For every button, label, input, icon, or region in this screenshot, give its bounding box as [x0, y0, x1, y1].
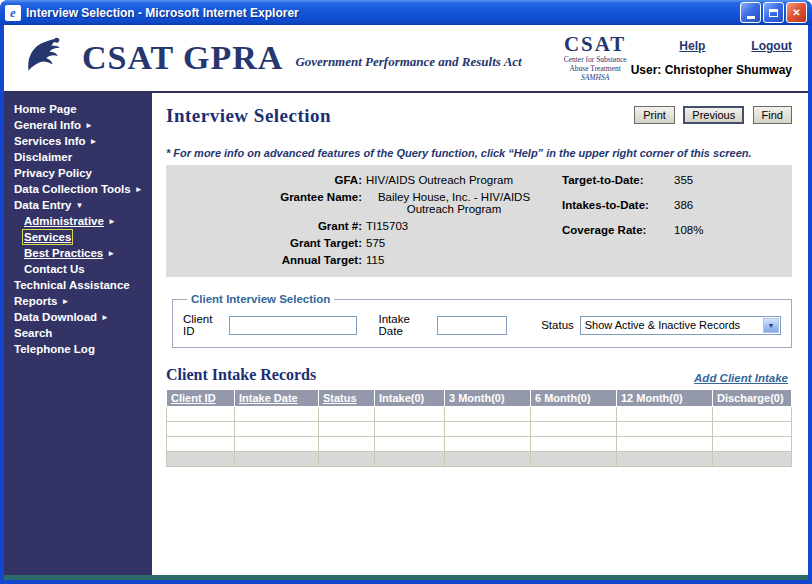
- sidebar-item-privacy-policy[interactable]: Privacy Policy: [10, 165, 152, 181]
- table-cell: [713, 437, 792, 452]
- table-cell: [235, 452, 319, 467]
- brand-subtitle: Government Performance and Results Act: [295, 54, 521, 75]
- sidebar-item-data-collection-tools[interactable]: Data Collection Tools►: [10, 181, 152, 197]
- window-controls: ✕: [740, 2, 807, 23]
- sidebar-item-services-info[interactable]: Services Info►: [10, 133, 152, 149]
- table-cell: [531, 452, 617, 467]
- table-cell: [617, 422, 713, 437]
- footer-strip: [4, 575, 808, 580]
- toolbar: Print Previous Find: [630, 105, 792, 124]
- table-cell: [167, 452, 235, 467]
- table-cell: [617, 437, 713, 452]
- maximize-button[interactable]: [763, 2, 784, 23]
- previous-button[interactable]: Previous: [683, 106, 744, 124]
- titlebar[interactable]: e Interview Selection - Microsoft Intern…: [0, 0, 812, 25]
- grant-target-value: 575: [366, 237, 546, 249]
- column-header-status[interactable]: Status: [319, 390, 375, 407]
- sidebar-item-reports[interactable]: Reports►: [10, 293, 152, 309]
- table-cell: [445, 407, 531, 422]
- table-cell: [167, 407, 235, 422]
- sidebar-item-data-download[interactable]: Data Download►: [10, 309, 152, 325]
- grant-info-box: GFA: HIV/AIDS Outreach Program Grantee N…: [166, 165, 792, 277]
- table-cell: [713, 407, 792, 422]
- table-cell: [375, 407, 445, 422]
- submenu-arrow-icon: ►: [108, 217, 116, 226]
- status-select[interactable]: Show Active & Inactive Records ▼: [580, 316, 781, 335]
- column-header-6-month: 6 Month(0): [531, 390, 617, 407]
- grantee-label: Grantee Name:: [174, 191, 362, 215]
- maximize-icon: [769, 9, 778, 17]
- status-label: Status: [541, 319, 574, 331]
- table-cell: [375, 422, 445, 437]
- csat-logo-line1: Center for Substance: [564, 55, 627, 64]
- hhs-eagle-logo: [18, 33, 64, 83]
- table-cell: [319, 452, 375, 467]
- sidebar-item-data-entry[interactable]: Data Entry▼: [10, 197, 152, 213]
- close-button[interactable]: ✕: [786, 2, 807, 23]
- sidebar-item-general-info[interactable]: General Info►: [10, 117, 152, 133]
- table-row: [167, 452, 792, 467]
- expanded-arrow-icon: ▼: [76, 201, 84, 210]
- add-client-intake-link[interactable]: Add Client Intake: [694, 372, 788, 384]
- sidebar-item-administrative[interactable]: Administrative►: [10, 213, 152, 229]
- intake-date-input[interactable]: [437, 316, 507, 335]
- header-right: Help Logout User: Christopher Shumway: [631, 39, 796, 77]
- intakes-to-date-value: 386: [674, 199, 734, 211]
- logout-link[interactable]: Logout: [751, 39, 792, 53]
- csat-logo-samhsa: SAMHSA: [564, 73, 627, 82]
- target-to-date-value: 355: [674, 174, 734, 186]
- column-header-discharge: Discharge(0): [713, 390, 792, 407]
- brand-block: CSAT GPRA Government Performance and Res…: [82, 41, 522, 75]
- table-cell: [617, 452, 713, 467]
- grant-target-label: Grant Target:: [174, 237, 362, 249]
- client-interview-selection-fieldset: Client Interview Selection Client ID Int…: [172, 293, 792, 348]
- table-cell: [445, 452, 531, 467]
- table-cell: [531, 407, 617, 422]
- client-id-label: Client ID: [183, 313, 223, 337]
- annual-target-value: 115: [366, 254, 546, 266]
- fieldset-legend: Client Interview Selection: [187, 293, 334, 305]
- client-intake-table: Client ID Intake Date Status Intake(0) 3…: [166, 389, 792, 467]
- table-cell: [235, 437, 319, 452]
- sidebar-item-services[interactable]: Services: [10, 229, 152, 245]
- table-cell: [713, 422, 792, 437]
- sidebar-item-technical-assistance[interactable]: Technical Assistance: [10, 277, 152, 293]
- table-cell: [167, 422, 235, 437]
- table-cell: [235, 422, 319, 437]
- sidebar-item-contact-us[interactable]: Contact Us: [10, 261, 152, 277]
- coverage-rate-value: 108%: [674, 224, 734, 236]
- sidebar-item-home-page[interactable]: Home Page: [10, 101, 152, 117]
- table-header-row: Client ID Intake Date Status Intake(0) 3…: [167, 390, 792, 407]
- column-header-client-id[interactable]: Client ID: [167, 390, 235, 407]
- sidebar-item-disclaimer[interactable]: Disclaimer: [10, 149, 152, 165]
- minimize-button[interactable]: [740, 2, 761, 23]
- client-id-input[interactable]: [229, 316, 357, 335]
- dropdown-arrow-icon[interactable]: ▼: [763, 318, 779, 333]
- find-button[interactable]: Find: [753, 106, 792, 124]
- table-cell: [445, 422, 531, 437]
- intakes-to-date-label: Intakes-to-Date:: [562, 199, 670, 211]
- help-link[interactable]: Help: [679, 39, 705, 53]
- submenu-arrow-icon: ►: [107, 249, 115, 258]
- annual-target-label: Annual Target:: [174, 254, 362, 266]
- table-cell: [319, 437, 375, 452]
- sidebar: Home Page General Info► Services Info► D…: [4, 93, 152, 575]
- column-header-intake: Intake(0): [375, 390, 445, 407]
- submenu-arrow-icon: ►: [85, 121, 93, 130]
- grant-number-value: TI15703: [366, 220, 546, 232]
- records-title: Client Intake Records: [166, 366, 316, 384]
- main-content: Interview Selection Print Previous Find …: [152, 93, 808, 575]
- table-cell: [375, 437, 445, 452]
- table-cell: [713, 452, 792, 467]
- gfa-value: HIV/AIDS Outreach Program: [366, 174, 546, 186]
- print-button[interactable]: Print: [634, 106, 675, 124]
- table-cell: [319, 407, 375, 422]
- sidebar-item-best-practices[interactable]: Best Practices►: [10, 245, 152, 261]
- window-body: CSAT GPRA Government Performance and Res…: [4, 25, 808, 580]
- column-header-intake-date[interactable]: Intake Date: [235, 390, 319, 407]
- csat-logo-name: CSAT: [564, 34, 627, 55]
- submenu-arrow-icon: ►: [90, 137, 98, 146]
- sidebar-item-search[interactable]: Search: [10, 325, 152, 341]
- app-header: CSAT GPRA Government Performance and Res…: [4, 25, 808, 93]
- sidebar-item-telephone-log[interactable]: Telephone Log: [10, 341, 152, 357]
